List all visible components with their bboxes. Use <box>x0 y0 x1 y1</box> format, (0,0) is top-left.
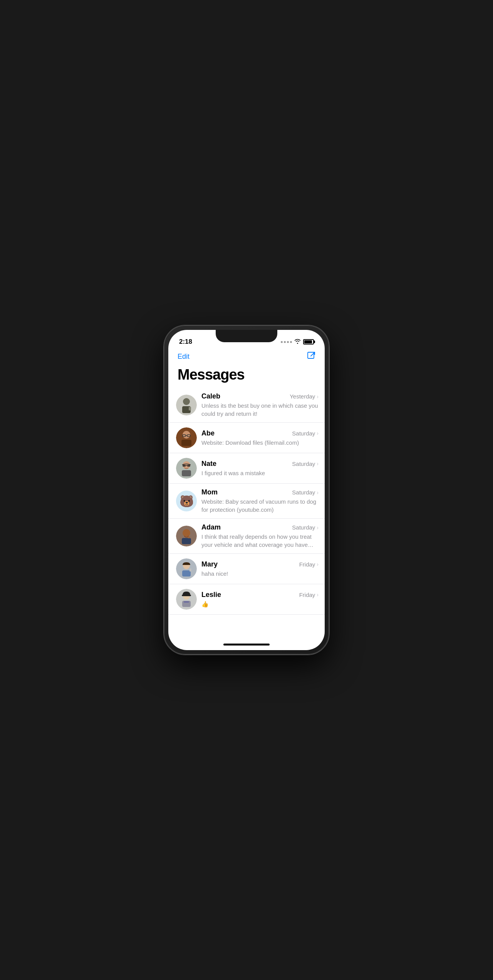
avatar <box>176 526 197 546</box>
message-time: Saturday <box>292 430 315 437</box>
svg-rect-14 <box>183 465 186 467</box>
message-body: Abe Saturday › Website: Download files (… <box>201 429 319 447</box>
compose-button[interactable] <box>307 351 315 362</box>
message-meta: Friday › <box>299 561 319 568</box>
message-preview: haha nice! <box>201 570 319 578</box>
status-icons <box>281 339 314 345</box>
message-meta: Saturday › <box>292 430 319 437</box>
phone-shell: 2:18 <box>164 325 329 655</box>
message-meta: Saturday › <box>292 489 319 496</box>
svg-rect-29 <box>184 601 189 603</box>
contact-name: Caleb <box>201 392 220 400</box>
page-title: Messages <box>168 365 325 388</box>
avatar <box>176 589 197 610</box>
chevron-right-icon: › <box>317 461 319 467</box>
message-header: Caleb Yesterday › <box>201 392 319 400</box>
svg-rect-4 <box>189 407 191 410</box>
message-header: Mom Saturday › <box>201 488 319 496</box>
list-item[interactable]: Abe Saturday › Website: Download files (… <box>168 423 325 453</box>
svg-rect-28 <box>182 595 191 596</box>
message-time: Friday <box>299 592 315 598</box>
message-header: Nate Saturday › <box>201 460 319 468</box>
edit-button[interactable]: Edit <box>178 353 189 361</box>
chevron-right-icon: › <box>317 393 319 400</box>
list-item[interactable]: Mary Friday › haha nice! <box>168 554 325 584</box>
mute-button[interactable] <box>164 376 164 388</box>
message-preview: I figured it was a mistake <box>201 469 319 477</box>
message-meta: Yesterday › <box>290 393 319 400</box>
contact-name: Adam <box>201 523 221 531</box>
contact-name: Mary <box>201 560 218 568</box>
power-button[interactable] <box>329 395 329 425</box>
wifi-icon <box>294 339 301 345</box>
home-indicator[interactable] <box>223 644 270 645</box>
svg-rect-15 <box>187 465 190 467</box>
svg-rect-20 <box>188 536 190 538</box>
message-preview: 👍 <box>201 600 319 608</box>
message-preview: Unless its the best buy one in which cas… <box>201 402 319 418</box>
list-item[interactable]: Adam Saturday › I think that really depe… <box>168 519 325 554</box>
svg-rect-23 <box>182 570 191 577</box>
avatar <box>176 395 197 415</box>
contact-name: Mom <box>201 488 218 496</box>
content-area: Edit Messages <box>168 348 325 650</box>
svg-point-18 <box>183 529 190 537</box>
battery-icon <box>303 339 314 345</box>
message-body: Caleb Yesterday › Unless its the best bu… <box>201 392 319 418</box>
contact-name: Leslie <box>201 591 221 599</box>
screen: 2:18 <box>168 330 325 650</box>
svg-rect-0 <box>308 352 314 358</box>
svg-rect-13 <box>182 470 191 476</box>
avatar <box>176 427 197 448</box>
svg-rect-7 <box>181 440 191 446</box>
message-header: Mary Friday › <box>201 560 319 568</box>
list-item[interactable]: Caleb Yesterday › Unless its the best bu… <box>168 388 325 423</box>
top-nav: Edit <box>168 348 325 365</box>
message-body: Leslie Friday › 👍 <box>201 591 319 608</box>
message-meta: Friday › <box>299 592 319 598</box>
message-preview: Website: Download files (filemail.com) <box>201 439 319 447</box>
message-meta: Saturday › <box>292 461 319 467</box>
message-meta: Saturday › <box>292 524 319 531</box>
message-body: Nate Saturday › I figured it was a mista… <box>201 460 319 477</box>
message-time: Saturday <box>292 489 315 496</box>
message-body: Mom Saturday › Website: Baby scared of v… <box>201 488 319 514</box>
chevron-right-icon: › <box>317 561 319 567</box>
message-time: Yesterday <box>290 393 315 400</box>
list-item[interactable]: 🐻 Mom Saturday › Website: Baby scared of… <box>168 484 325 519</box>
status-time: 2:18 <box>179 338 192 346</box>
message-header: Adam Saturday › <box>201 523 319 531</box>
message-body: Mary Friday › haha nice! <box>201 560 319 578</box>
chevron-right-icon: › <box>317 524 319 531</box>
chevron-right-icon: › <box>317 430 319 436</box>
message-header: Leslie Friday › <box>201 591 319 599</box>
message-time: Saturday <box>292 524 315 531</box>
phone-wrapper: 2:18 <box>164 325 329 655</box>
avatar: 🐻 <box>176 491 197 511</box>
chevron-right-icon: › <box>317 489 319 496</box>
svg-point-2 <box>183 398 190 405</box>
message-preview: I think that really depends on how you t… <box>201 533 319 549</box>
volume-up-button[interactable] <box>164 395 164 416</box>
list-item[interactable]: Leslie Friday › 👍 <box>168 584 325 615</box>
message-time: Friday <box>299 561 315 568</box>
notch <box>216 330 277 342</box>
svg-rect-19 <box>182 538 191 544</box>
avatar <box>176 458 197 479</box>
chevron-right-icon: › <box>317 592 319 598</box>
avatar <box>176 558 197 579</box>
message-list: Caleb Yesterday › Unless its the best bu… <box>168 388 325 615</box>
contact-name: Abe <box>201 429 215 437</box>
volume-down-button[interactable] <box>164 421 164 442</box>
list-item[interactable]: Nate Saturday › I figured it was a mista… <box>168 453 325 484</box>
signal-icon <box>281 341 292 343</box>
svg-rect-24 <box>189 568 191 572</box>
message-time: Saturday <box>292 461 315 467</box>
message-preview: Website: Baby scared of vacuum runs to d… <box>201 498 319 514</box>
message-header: Abe Saturday › <box>201 429 319 437</box>
message-body: Adam Saturday › I think that really depe… <box>201 523 319 549</box>
contact-name: Nate <box>201 460 216 468</box>
